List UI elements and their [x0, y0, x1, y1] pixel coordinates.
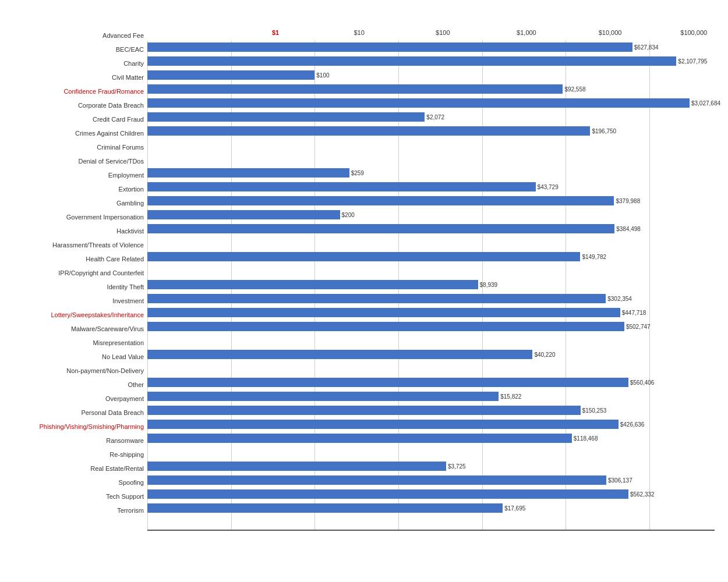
bar-fill: [147, 252, 580, 261]
x-tick-label: $10,000: [599, 29, 622, 36]
bar-fill: [147, 350, 532, 359]
bar-row: $196,750: [147, 125, 720, 137]
bar-row: $40,220: [147, 348, 720, 361]
bar-value-label: $3,725: [448, 463, 466, 470]
row-label: Personal Data Breach: [20, 406, 147, 419]
bar-row: $562,332: [147, 488, 720, 501]
row-label: Terrorism: [20, 504, 147, 517]
bar-value-label: $627,834: [634, 44, 659, 51]
bar-fill: [147, 70, 314, 80]
row-label: Overpayment: [20, 392, 147, 405]
bar-value-label: $17,695: [504, 505, 525, 512]
bar-row: [147, 236, 720, 249]
x-tick-label: $100: [436, 29, 450, 36]
x-axis-labels: $1$10$100$1,000$10,000$100,000$1,000,000: [275, 29, 715, 40]
bar-value-label: $3,027,684: [691, 100, 720, 107]
bar-row: [147, 516, 720, 528]
bar-row: $3,725: [147, 460, 720, 473]
row-label: BEC/EAC: [20, 43, 147, 56]
row-label: Malware/Scareware/Virus: [20, 322, 147, 335]
bar-value-label: $92,558: [564, 86, 585, 93]
bar-row: $150,253: [147, 404, 720, 417]
bars-area: $627,834$2,107,795$100$92,558$3,027,684$…: [147, 41, 720, 530]
bar-value-label: $43,729: [538, 184, 559, 190]
row-label: Real Estate/Rental: [20, 462, 147, 475]
bar-row: $306,137: [147, 474, 720, 487]
bar-fill: [147, 294, 606, 303]
bar-value-label: $15,822: [500, 393, 521, 400]
bar-row: [147, 446, 720, 459]
row-label: Harassment/Threats of Violence: [20, 239, 147, 251]
bar-value-label: $259: [351, 170, 364, 176]
row-label: IPR/Copyright and Counterfeit: [20, 267, 147, 279]
bar-fill: [147, 196, 614, 205]
bar-row: $3,027,684: [147, 97, 720, 109]
row-label: Charity: [20, 57, 147, 70]
bar-row: $92,558: [147, 83, 720, 95]
bar-row: [147, 139, 720, 151]
bar-fill: [147, 126, 590, 136]
bar-fill: [147, 462, 446, 471]
bar-fill: [147, 308, 620, 317]
row-label: Re-shipping: [20, 448, 147, 461]
bar-value-label: $302,354: [607, 296, 632, 302]
x-tick-label: $100,000: [680, 29, 707, 36]
bar-fill: [147, 84, 563, 94]
bar-fill: [147, 224, 614, 233]
row-label: Civil Matter: [20, 71, 147, 84]
bar-row: $302,354: [147, 292, 720, 305]
bar-row: $560,406: [147, 376, 720, 389]
bar-fill: [147, 503, 503, 513]
row-label: Health Care Related: [20, 253, 147, 265]
row-label: Phishing/Vishing/Smishing/Pharming: [20, 420, 147, 433]
x-tick-label: $1: [272, 29, 279, 36]
bar-row: $447,718: [147, 306, 720, 319]
row-label: Hacktivist: [20, 225, 147, 237]
bar-fill: [147, 322, 624, 331]
x-tick-label: $10: [354, 29, 364, 36]
bar-row: $8,939: [147, 278, 720, 291]
row-label: Investment: [20, 294, 147, 307]
bar-fill: [147, 182, 536, 191]
bar-row: $15,822: [147, 390, 720, 403]
row-label: Identity Theft: [20, 281, 147, 293]
x-tick-label: $1,000: [517, 29, 536, 36]
bar-row: $384,498: [147, 222, 720, 235]
bar-value-label: $196,750: [592, 128, 616, 134]
bar-value-label: $100: [316, 72, 329, 79]
bar-value-label: $426,636: [620, 421, 645, 428]
bar-value-label: $447,718: [622, 310, 646, 316]
row-label: Government Impersonation: [20, 211, 147, 223]
bar-fill: [147, 56, 676, 66]
bar-value-label: $306,137: [608, 477, 632, 484]
bar-row: $17,695: [147, 502, 720, 514]
bar-value-label: $562,332: [630, 491, 655, 498]
bar-row: $200: [147, 208, 720, 221]
bar-row: $379,988: [147, 194, 720, 207]
bar-value-label: $118,468: [574, 435, 598, 442]
row-label: No Lead Value: [20, 350, 147, 363]
bar-row: $627,834: [147, 41, 720, 54]
bar-fill: [147, 434, 572, 443]
bar-row: $502,747: [147, 320, 720, 333]
bar-value-label: $502,747: [626, 324, 651, 330]
bar-fill: [147, 42, 632, 52]
chart-container: Advanced FeeBEC/EACCharityCivil MatterCo…: [20, 29, 708, 531]
bar-row: $149,782: [147, 250, 720, 263]
bar-row: $259: [147, 166, 720, 179]
bar-value-label: $379,988: [616, 198, 640, 204]
bar-row: $2,072: [147, 111, 720, 123]
bar-fill: [147, 378, 628, 387]
row-label: Extortion: [20, 183, 147, 196]
row-label: Ransomware: [20, 434, 147, 447]
row-labels: Advanced FeeBEC/EACCharityCivil MatterCo…: [20, 29, 147, 531]
bar-value-label: $2,107,795: [678, 58, 707, 65]
bar-fill: [147, 420, 619, 429]
bars-container: $627,834$2,107,795$100$92,558$3,027,684$…: [147, 41, 720, 530]
row-label: Non-payment/Non-Delivery: [20, 364, 147, 377]
bar-value-label: $2,072: [426, 114, 444, 120]
bar-row: [147, 264, 720, 277]
bar-row: [147, 152, 720, 165]
bar-value-label: $200: [342, 212, 355, 218]
bar-value-label: $149,782: [582, 254, 606, 260]
